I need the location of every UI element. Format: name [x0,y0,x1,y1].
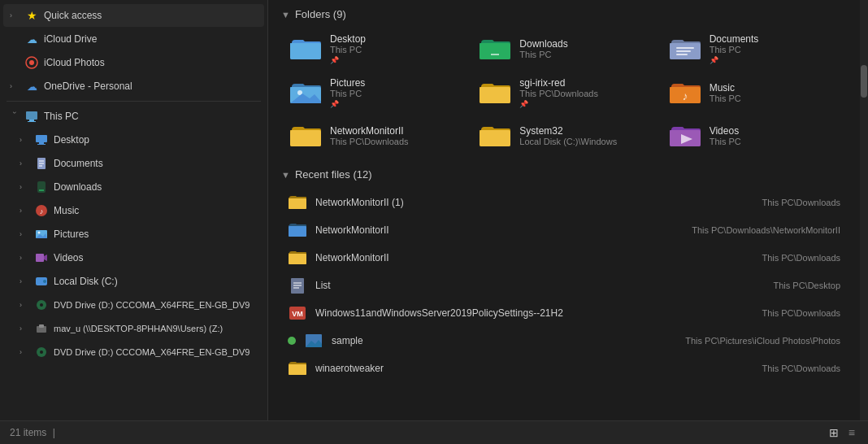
sidebar-item-music[interactable]: › ♪ Music [3,199,264,222]
folder-text-desktop: Desktop This PC 📌 [330,33,366,64]
folder-path: This PC\Downloads [519,89,598,98]
divider [7,101,261,102]
recent-file-path: This PC\Downloads [762,363,840,373]
chevron-icon: › [20,254,29,262]
sidebar-item-icloud-photos[interactable]: iCloud Photos [3,51,264,74]
dvd-icon [34,298,49,312]
chevron-icon: › [20,230,29,238]
sidebar-item-label: OneDrive - Personal [44,81,132,92]
main-container: › ★ Quick access ☁ iCloud Drive iCloud P… [0,0,868,420]
sidebar-item-downloads[interactable]: › Downloads [3,176,264,198]
svg-rect-58 [289,364,306,375]
folder-path: This PC [710,137,741,146]
svg-rect-26 [39,324,44,328]
folder-name: Downloads [519,38,567,50]
sidebar-item-label: Desktop [54,134,89,146]
svg-rect-5 [36,135,47,142]
recent-item[interactable]: List This PC\Desktop [281,272,847,299]
recent-item[interactable]: NetworkMonitorII This PC\Downloads\Netwo… [281,216,847,244]
svg-rect-36 [676,54,688,55]
folder-name: System32 [519,125,617,137]
sidebar-item-label: Documents [54,158,103,169]
folder-icon-system32 [479,121,511,150]
recent-item[interactable]: sample This PC\Pictures\iCloud Photos\Ph… [281,327,847,355]
folder-item-music[interactable]: ♪ Music This PC [661,72,847,113]
folder-icon-sgi [479,78,511,107]
recent-item[interactable]: NetworkMonitorII This PC\Downloads [281,244,847,272]
recent-item[interactable]: NetworkMonitorII (1) This PC\Downloads [281,189,847,216]
recent-file-icon [304,331,323,350]
recent-file-icon [288,248,307,268]
sidebar-item-this-pc[interactable]: › This PC [3,105,264,128]
item-count: 21 items | [10,427,59,438]
folder-item-sgi-irix-red[interactable]: sgi-irix-red This PC\Downloads 📌 [471,72,657,113]
list-view-button[interactable]: ≡ [845,424,858,441]
folder-icon-documents [669,34,701,63]
chevron-icon: › [10,82,20,90]
folder-item-desktop[interactable]: Desktop This PC 📌 [281,28,467,69]
recent-file-icon: VM [288,303,307,323]
folder-item-pictures[interactable]: Pictures This PC 📌 [281,72,467,113]
dvd2-icon [34,345,49,359]
recent-files-list: NetworkMonitorII (1) This PC\Downloads N… [281,189,847,382]
folder-item-system32[interactable]: System32 Local Disk (C:)\Windows [471,116,657,155]
sync-status-dot [288,337,296,345]
sidebar-item-label: mav_u (\\DESKTOP-8PHHAN9\Users) (Z:) [54,324,223,333]
folder-item-networkmonitor[interactable]: NetworkMonitorII This PC\Downloads [281,116,467,155]
sidebar: › ★ Quick access ☁ iCloud Drive iCloud P… [0,0,268,420]
svg-marker-20 [44,255,47,261]
scrollbar[interactable] [860,0,868,420]
folder-name: Videos [710,125,741,137]
recent-item[interactable]: winaerotweaker This PC\Downloads [281,355,847,382]
pin-icon: 📌 [710,56,759,64]
chevron-icon: › [10,11,20,20]
sidebar-item-label: DVD Drive (D:) CCCOMA_X64FRE_EN-GB_DV9 [54,300,250,310]
folder-text-system32: System32 Local Disk (C:)\Windows [519,125,617,146]
recent-section-header[interactable]: ▼ Recent files (12) [281,168,847,181]
svg-rect-47 [289,198,306,209]
svg-rect-48 [289,226,306,237]
videos-icon [34,250,49,265]
sidebar-item-onedrive[interactable]: › ☁ OneDrive - Personal [3,75,264,98]
sidebar-item-pictures[interactable]: › Pictures [3,223,264,246]
recent-file-path: This PC\Pictures\iCloud Photos\Photos [685,336,840,346]
sidebar-item-dvd-d2[interactable]: › DVD Drive (D:) CCCOMA_X64FRE_EN-GB_DV9 [3,341,264,363]
recent-section-label: Recent files (12) [295,168,372,181]
folder-item-downloads[interactable]: Downloads This PC [471,28,657,69]
chevron-icon: › [11,111,19,121]
folder-text-documents: Documents This PC 📌 [710,33,759,64]
sidebar-item-documents[interactable]: › Documents [3,152,264,175]
sidebar-item-desktop[interactable]: › Desktop [3,128,264,151]
sidebar-item-mav-u[interactable]: › mav_u (\\DESKTOP-8PHHAN9\Users) (Z:) [3,317,264,340]
content-area: ▼ Folders (9) Desktop This PC 📌 [268,0,860,420]
sidebar-item-icloud-drive[interactable]: ☁ iCloud Drive [3,28,264,50]
sidebar-item-quick-access[interactable]: › ★ Quick access [3,4,264,27]
folder-name: NetworkMonitorII [330,125,409,137]
folders-grid: Desktop This PC 📌 Downloads [281,28,847,155]
recent-file-icon [288,220,307,240]
view-buttons: ⊞ ≡ [826,424,858,441]
svg-rect-34 [676,47,694,49]
svg-rect-19 [36,254,44,262]
pictures-icon [34,227,49,242]
recent-file-icon [288,193,307,212]
folder-path: This PC [330,89,365,98]
scrollbar-thumb[interactable] [861,65,867,98]
section-chevron-icon: ▼ [281,170,290,180]
sidebar-item-videos[interactable]: › Videos [3,246,264,269]
icloud-drive-icon: ☁ [24,32,39,46]
folder-icon-music: ♪ [669,78,701,107]
folder-item-documents[interactable]: Documents This PC 📌 [661,28,847,69]
grid-view-button[interactable]: ⊞ [826,424,842,441]
svg-rect-43 [290,130,321,146]
removable-icon [34,321,49,336]
sidebar-item-label: Quick access [44,10,102,21]
folder-item-videos[interactable]: Videos This PC [661,116,847,155]
sidebar-item-label: DVD Drive (D:) CCCOMA_X64FRE_EN-GB_DV9 [54,347,250,357]
pin-icon: 📌 [519,100,598,108]
sidebar-item-local-disk[interactable]: › Local Disk (C:) [3,270,264,293]
icloud-photos-icon [24,55,39,70]
sidebar-item-dvd-d[interactable]: › DVD Drive (D:) CCCOMA_X64FRE_EN-GB_DV9 [3,294,264,316]
folders-section-header[interactable]: ▼ Folders (9) [281,8,847,20]
recent-item[interactable]: VM Windows11andWindowsServer2019PolicySe… [281,299,847,327]
